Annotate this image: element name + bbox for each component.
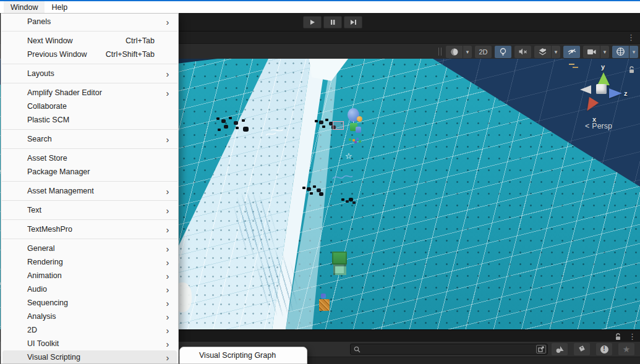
menu-item-asset-store[interactable]: Asset Store (2, 151, 177, 165)
menu-divider (2, 219, 177, 220)
menu-item-search[interactable]: Search › (2, 132, 177, 146)
unlocked-padlock-icon[interactable] (615, 333, 621, 341)
tag-icon (578, 345, 586, 353)
menu-divider (2, 148, 177, 149)
tan-crate-object (319, 299, 330, 311)
menu-item-package-manager[interactable]: Package Manager (2, 165, 177, 179)
chevron-right-icon: › (162, 285, 173, 294)
step-icon (349, 19, 357, 25)
scene-visibility-button[interactable] (563, 46, 580, 58)
search-icon (354, 346, 361, 353)
camera-button[interactable] (583, 46, 600, 58)
more-options-icon[interactable]: ⋮ (627, 33, 635, 42)
menu-item-previous-window[interactable]: Previous Window Ctrl+Shift+Tab (2, 48, 177, 61)
projection-toggle[interactable]: < Persp (585, 122, 612, 130)
favorites-filter-button[interactable]: ★ (618, 343, 634, 355)
menu-divider (2, 181, 177, 182)
chevron-right-icon: › (162, 225, 173, 234)
toolbar-drag-handle[interactable] (438, 48, 442, 56)
menu-divider (2, 31, 177, 32)
menu-item-analysis[interactable]: Analysis › (2, 310, 177, 323)
step-button[interactable] (344, 16, 362, 28)
errors-filter-button[interactable]: ! (596, 343, 612, 355)
selection-outline-box (333, 121, 344, 130)
shaded-sphere-icon (450, 48, 459, 56)
shading-mode-caret[interactable]: ▾ (463, 46, 472, 58)
unlocked-padlock-icon[interactable] (628, 66, 635, 74)
scene-gizmo-globe-icon (616, 47, 625, 56)
menu-item-panels[interactable]: Panels › (2, 15, 177, 28)
chevron-right-icon: › (162, 206, 173, 215)
menu-item-collaborate[interactable]: Collaborate (2, 99, 177, 113)
search-field[interactable] (350, 344, 548, 355)
menu-item-textmeshpro[interactable]: TextMeshPro › (2, 222, 177, 236)
menu-item-shortcut: Ctrl+Tab (126, 36, 162, 45)
visual-scripting-submenu[interactable]: Visual Scripting Graph (179, 347, 307, 364)
axis-z-cone[interactable] (609, 88, 622, 98)
menu-item-amplify-shader-editor[interactable]: Amplify Shader Editor › (2, 86, 177, 99)
menu-item-label: Layouts (27, 69, 54, 78)
menu-item-ui-toolkit[interactable]: UI Toolkit › (2, 337, 177, 350)
gizmos-toggle-button[interactable] (612, 46, 629, 58)
open-in-window-icon (538, 346, 544, 352)
menu-divider (2, 129, 177, 130)
menu-item-layouts[interactable]: Layouts › (2, 67, 177, 80)
menu-item-next-window[interactable]: Next Window Ctrl+Tab (2, 34, 177, 48)
search-by-type-button[interactable] (552, 343, 568, 355)
menu-item-2d[interactable]: 2D › (2, 323, 177, 337)
menu-item-animation[interactable]: Animation › (2, 269, 177, 282)
effects-button[interactable] (534, 46, 551, 58)
shading-mode-button[interactable] (446, 46, 463, 58)
audio-toggle-button[interactable] (514, 46, 531, 58)
play-icon (309, 19, 315, 25)
axis-negative-cone[interactable] (580, 85, 591, 94)
chevron-right-icon: › (162, 298, 173, 308)
light-bulb-icon (499, 48, 507, 56)
search-input[interactable] (363, 345, 536, 353)
axis-x-cone[interactable] (582, 97, 599, 114)
orientation-gizmo[interactable]: y z x < Persp (575, 65, 640, 130)
menu-item-general[interactable]: General › (2, 242, 177, 255)
gizmos-caret[interactable]: ▾ (629, 46, 638, 58)
menu-item-plastic-scm[interactable]: Plastic SCM (2, 113, 177, 127)
blue-scribble (331, 172, 354, 182)
play-controls (303, 16, 362, 28)
submenu-item-visual-scripting-graph[interactable]: Visual Scripting Graph (199, 351, 276, 360)
menu-item-rendering[interactable]: Rendering › (2, 255, 177, 269)
menu-item-sequencing[interactable]: Sequencing › (2, 296, 177, 310)
menu-item-shortcut: Ctrl+Shift+Tab (106, 50, 162, 59)
menu-item-asset-management[interactable]: Asset Management › (2, 184, 177, 198)
menu-item-visual-scripting[interactable]: Visual Scripting › (2, 350, 177, 364)
menu-item-text[interactable]: Text › (2, 203, 177, 217)
chevron-right-icon: › (162, 271, 173, 281)
menubar-item-window[interactable]: Window (4, 1, 45, 13)
more-options-icon[interactable]: ⋮ (628, 332, 636, 341)
gizmo-control: ▾ (612, 46, 638, 58)
blue-figure-object (356, 127, 361, 133)
green-crate-object (332, 252, 347, 265)
open-search-window-button[interactable] (536, 345, 546, 353)
menu-item-label: Sequencing (27, 298, 68, 307)
lighting-toggle-button[interactable] (495, 46, 511, 58)
axis-y-cone[interactable] (597, 72, 610, 85)
effects-layers-icon (538, 48, 547, 56)
exclamation-icon: ! (600, 345, 608, 353)
menu-item-label: Audio (27, 285, 47, 294)
play-button[interactable] (303, 16, 322, 28)
shapes-icon (555, 345, 565, 353)
effects-caret[interactable]: ▾ (552, 46, 560, 58)
menu-divider (2, 200, 177, 201)
search-by-label-button[interactable] (574, 343, 590, 355)
camera-caret[interactable]: ▾ (600, 46, 609, 58)
menubar-item-help[interactable]: Help (45, 1, 74, 13)
menu-item-label: TextMeshPro (27, 225, 72, 234)
scene-tools-group: ▾ 2D ▾ (438, 45, 638, 58)
menu-item-label: Asset Management (27, 187, 94, 195)
debris-cluster (216, 117, 220, 120)
chevron-right-icon: › (162, 353, 173, 362)
menu-item-audio[interactable]: Audio › (2, 282, 177, 296)
chevron-right-icon: › (162, 69, 173, 78)
pause-button[interactable] (323, 16, 342, 28)
2d-toggle-button[interactable]: 2D (475, 46, 492, 58)
gizmo-center-cube[interactable] (596, 84, 607, 94)
